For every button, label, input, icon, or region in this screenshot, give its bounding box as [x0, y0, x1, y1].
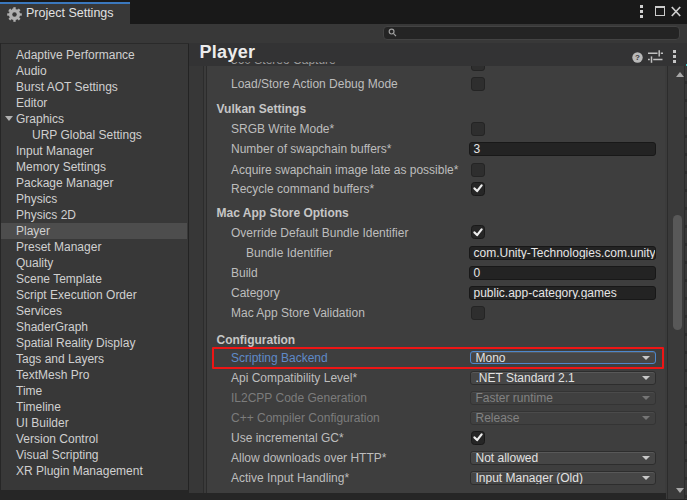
svg-text:?: ?	[635, 53, 640, 62]
